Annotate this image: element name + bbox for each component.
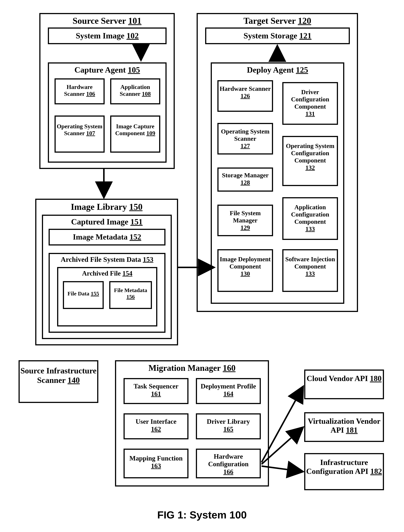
captured-image-box: Captured Image 151 Image Metadata 152 Ar…: [42, 215, 172, 339]
virt-api-box: Virtualization Vendor API 181: [304, 412, 384, 442]
deployment-profile-box: Deployment Profile 164: [196, 378, 261, 404]
target-server-title: Target Server 120: [198, 16, 357, 26]
os-scanner-107-box: Operating System Scanner 107: [55, 116, 105, 153]
infra-api-box: Infrastructure Configuration API 182: [304, 453, 384, 490]
cloud-api-box: Cloud Vendor API 180: [304, 370, 384, 399]
system-storage-box: System Storage 121: [205, 27, 350, 44]
source-server-box: Source Server 101 System Image 102 Captu…: [39, 13, 175, 169]
capture-agent-box: Capture Agent 105 Hardware Scanner 106 A…: [48, 62, 167, 163]
image-capture-109-label: Image Capture Component 109: [111, 123, 159, 137]
application-scanner-108-label: Application Scanner 108: [111, 84, 159, 97]
application-scanner-108-box: Application Scanner 108: [110, 78, 160, 104]
user-interface-box: User Interface162: [124, 413, 189, 439]
image-metadata-title: Image Metadata 152: [50, 233, 164, 241]
user-interface-label: User Interface162: [125, 418, 187, 433]
image-deploy-130-box: Image Deployment Component130: [217, 249, 273, 292]
archived-file-box: Archived File 154 File Data 155 File Met…: [57, 267, 157, 326]
hardware-scanner-106-box: Hardware Scanner 106: [55, 78, 105, 104]
cloud-api-title: Cloud Vendor API 180: [305, 374, 383, 383]
archived-fsd-title: Archived File System Data 153: [50, 255, 164, 264]
hardware-scanner-126-box: Hardware Scanner126: [217, 80, 273, 112]
mapping-fn-box: Mapping Function 163: [124, 449, 189, 478]
fs-manager-129-box: File System Manager129: [217, 205, 273, 236]
infra-api-title: Infrastructure Configuration API 182: [305, 458, 383, 476]
deploy-agent-box: Deploy Agent 125 Hardware Scanner126 Ope…: [211, 62, 344, 304]
image-library-box: Image Library 150 Captured Image 151 Ima…: [35, 199, 178, 345]
app-cfg-133-box: Application Configuration Component133: [282, 197, 338, 240]
sw-inj-133-box: Software Injection Component133: [282, 249, 338, 292]
driver-cfg-131-box: Driver Configuration Component131: [282, 82, 338, 125]
os-scanner-127-label: Operating System Scanner127: [219, 128, 272, 149]
file-metadata-box: File Metadata156: [109, 281, 152, 309]
file-data-label: File Data 155: [64, 290, 103, 297]
figure-caption: FIG 1: System 100: [0, 509, 404, 521]
target-server-box: Target Server 120 System Storage 121 Dep…: [197, 13, 358, 312]
source-infra-scanner-title: Source Infrastructure Scanner 140: [20, 366, 97, 385]
hw-cfg-box: Hardware Configuration166: [196, 449, 261, 478]
os-cfg-132-box: Operating System Configuration Component…: [282, 136, 338, 186]
task-seq-label: Task Sequencer161: [125, 383, 187, 398]
os-cfg-132-label: Operating System Configuration Component…: [284, 142, 337, 171]
driver-cfg-131-label: Driver Configuration Component131: [284, 88, 337, 117]
storage-manager-128-box: Storage Manager 128: [217, 168, 273, 192]
deploy-agent-title: Deploy Agent 125: [212, 65, 343, 75]
system-storage-title: System Storage 121: [206, 31, 349, 41]
diagram-page: Source Server 101 System Image 102 Captu…: [0, 0, 404, 532]
file-data-box: File Data 155: [63, 281, 104, 309]
hardware-scanner-126-label: Hardware Scanner126: [219, 85, 272, 99]
image-capture-109-box: Image Capture Component 109: [110, 116, 160, 153]
os-scanner-127-box: Operating System Scanner127: [217, 123, 273, 155]
deployment-profile-label: Deployment Profile 164: [197, 383, 260, 398]
file-metadata-label: File Metadata156: [110, 287, 151, 300]
migration-manager-title: Migration Manager 160: [116, 363, 268, 373]
os-scanner-107-label: Operating System Scanner 107: [56, 123, 103, 137]
sw-inj-133-label: Software Injection Component133: [284, 255, 337, 277]
image-deploy-130-label: Image Deployment Component130: [219, 255, 272, 277]
archived-fsd-box: Archived File System Data 153 Archived F…: [49, 253, 165, 333]
driver-library-box: Driver Library165: [196, 413, 261, 439]
system-image-title: System Image 102: [49, 31, 165, 41]
app-cfg-133-label: Application Configuration Component133: [284, 203, 337, 233]
migration-manager-box: Migration Manager 160 Task Sequencer161 …: [115, 360, 269, 487]
archived-file-title: Archived File 154: [58, 270, 156, 277]
mapping-fn-label: Mapping Function 163: [125, 454, 187, 470]
task-seq-box: Task Sequencer161: [124, 378, 189, 404]
system-image-box: System Image 102: [48, 27, 167, 44]
image-library-title: Image Library 150: [36, 202, 177, 212]
source-infra-scanner-box: Source Infrastructure Scanner 140: [19, 360, 98, 403]
hardware-scanner-106-label: Hardware Scanner 106: [56, 84, 103, 97]
capture-agent-title: Capture Agent 105: [49, 65, 165, 75]
storage-manager-128-label: Storage Manager 128: [219, 172, 272, 186]
fs-manager-129-label: File System Manager129: [219, 209, 272, 231]
virt-api-title: Virtualization Vendor API 181: [305, 417, 383, 435]
captured-image-title: Captured Image 151: [43, 217, 171, 227]
image-metadata-box: Image Metadata 152: [49, 229, 165, 246]
driver-library-label: Driver Library165: [197, 418, 260, 433]
hw-cfg-label: Hardware Configuration166: [197, 453, 260, 476]
source-server-title: Source Server 101: [40, 16, 174, 26]
